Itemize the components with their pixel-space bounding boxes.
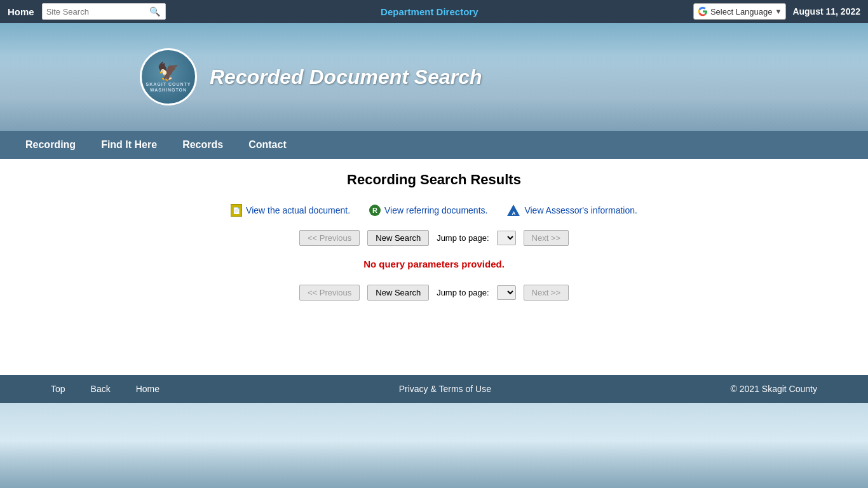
google-icon (698, 6, 708, 17)
ref-icon: R (369, 205, 381, 216)
nav-bar: Recording Find It Here Records Contact (0, 131, 868, 159)
jump-to-page-select-top[interactable] (497, 231, 516, 245)
legend-doc-link[interactable]: View the actual document. (246, 205, 350, 215)
previous-button-top[interactable]: << Previous (299, 230, 360, 246)
legend-assessor-link[interactable]: View Assessor's information. (524, 205, 637, 215)
top-bar-right: Select Language ▼ August 11, 2022 (693, 3, 860, 20)
jump-to-page-select-bottom[interactable] (497, 285, 516, 300)
legend-row: 📄 View the actual document. R View refer… (0, 203, 868, 217)
footer-privacy[interactable]: Privacy & Terms of Use (399, 384, 491, 394)
search-button[interactable]: 🔍 (148, 6, 161, 17)
next-button-bottom[interactable]: Next >> (524, 285, 569, 301)
hero-banner: 🦅 SKAGIT COUNTYWASHINGTON Recorded Docum… (0, 23, 868, 131)
legend-doc-item[interactable]: 📄 View the actual document. (231, 204, 350, 217)
department-directory-wrap: Department Directory (173, 6, 686, 17)
assessor-icon-wrap: A (506, 203, 520, 217)
footer-copyright: © 2021 Skagit County (731, 384, 817, 394)
assessor-icon-label: A (512, 210, 516, 216)
new-search-button-bottom[interactable]: New Search (367, 285, 429, 301)
department-directory-link[interactable]: Department Directory (381, 6, 478, 17)
date-display: August 11, 2022 (792, 6, 860, 17)
jump-to-page-label-bottom: Jump to page: (437, 288, 489, 297)
footer-home-link[interactable]: Home (136, 384, 159, 394)
new-search-button-top[interactable]: New Search (367, 230, 429, 246)
home-link[interactable]: Home (8, 6, 34, 17)
nav-records[interactable]: Records (182, 137, 223, 153)
hero-title: Recorded Document Search (210, 65, 482, 89)
error-message: No query parameters provided. (0, 259, 868, 269)
logo-inner: 🦅 SKAGIT COUNTYWASHINGTON (146, 61, 191, 93)
nav-recording[interactable]: Recording (25, 137, 76, 153)
doc-icon: 📄 (231, 204, 242, 217)
previous-button-bottom[interactable]: << Previous (299, 285, 360, 301)
top-bar: Home 🔍 Department Directory Select Langu… (0, 0, 868, 23)
bottom-landscape (0, 403, 868, 488)
select-language-button[interactable]: Select Language ▼ (693, 3, 786, 20)
chevron-down-icon: ▼ (775, 8, 782, 15)
county-logo: 🦅 SKAGIT COUNTYWASHINGTON (140, 48, 197, 105)
site-search-input[interactable] (46, 7, 148, 17)
nav-find-it-here[interactable]: Find It Here (101, 137, 157, 153)
select-language-text: Select Language (710, 7, 773, 17)
page-title: Recording Search Results (0, 172, 868, 188)
pagination-bottom: << Previous New Search Jump to page: Nex… (0, 285, 868, 301)
bottom-mountains-bg (0, 441, 868, 488)
footer: Top Back Home Privacy & Terms of Use © 2… (0, 375, 868, 403)
next-button-top[interactable]: Next >> (524, 230, 569, 246)
main-content: Recording Search Results 📄 View the actu… (0, 159, 868, 375)
site-search-wrap: 🔍 (42, 3, 166, 20)
eagle-icon: 🦅 (146, 61, 191, 83)
legend-assessor-item[interactable]: A View Assessor's information. (506, 203, 637, 217)
pagination-top: << Previous New Search Jump to page: Nex… (0, 230, 868, 246)
footer-back-link[interactable]: Back (91, 384, 111, 394)
hero-logo-wrap: 🦅 SKAGIT COUNTYWASHINGTON Recorded Docum… (140, 48, 482, 105)
footer-top-link[interactable]: Top (51, 384, 65, 394)
logo-text: SKAGIT COUNTYWASHINGTON (146, 82, 191, 93)
jump-to-page-label-top: Jump to page: (437, 233, 489, 243)
footer-links: Top Back Home (51, 384, 159, 394)
nav-contact[interactable]: Contact (248, 137, 287, 153)
legend-ref-item[interactable]: R View referring documents. (369, 205, 487, 216)
legend-ref-link[interactable]: View referring documents. (384, 205, 487, 215)
